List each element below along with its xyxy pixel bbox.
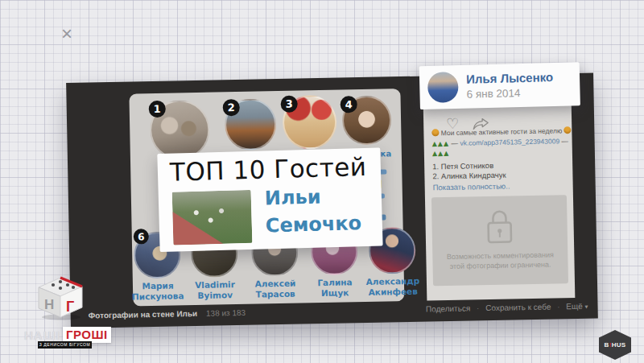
show-logo: НАШІ ГРОШІ <box>24 327 111 343</box>
show-name-light: НАШІ <box>24 328 60 342</box>
top10-title: ТОП 10 Гостей <box>169 152 366 187</box>
show-more-link[interactable]: Показать полностью.. <box>433 182 510 192</box>
vk-post-column: ♡ Мои самые активные гости за неделю ▲▲▲… <box>423 87 575 300</box>
bihus-logo-text: B!HUS <box>605 341 626 349</box>
guest-name-8: Алексей Тарасов <box>243 278 308 300</box>
chevron-down-icon[interactable]: ▾ <box>584 303 588 311</box>
author-card: Илья Лысенко 6 янв 2014 <box>419 62 580 109</box>
post-link-line: ▲▲▲ — vk.com/app3745135_223943009 — <box>432 137 569 147</box>
share-button[interactable]: Поделиться <box>426 303 470 313</box>
tree-emoji-icons: ▲▲▲ <box>432 150 450 157</box>
show-name-box: ГРОШІ <box>63 327 111 343</box>
post-guest-2: 2. Алинка Киндрачук <box>432 171 506 181</box>
football-field-photo <box>172 190 253 245</box>
guest-last-name: Ищук <box>303 287 367 299</box>
separator-dot: · <box>477 303 480 312</box>
screenshot-group: 1 2 3 4 Анастейка на 6 М <box>0 0 644 363</box>
viewer-caption: Фотографии на стене Ильи 138 из 183 <box>89 308 246 320</box>
save-button[interactable]: Сохранить к себе <box>485 303 551 313</box>
guest-last-name: Пискунова <box>126 291 190 303</box>
more-button[interactable]: Ещё <box>566 302 583 311</box>
post-intro-line: Мои самые активные гости за неделю <box>431 126 571 137</box>
photo-counter: 138 из 183 <box>206 308 246 318</box>
separator-dot: · <box>557 302 560 311</box>
show-name-red: ГРОШІ <box>66 328 108 341</box>
post-guest-1: 1. Петя Сотников <box>432 161 493 171</box>
post-date: 6 янв 2014 <box>466 87 520 101</box>
viewer-actions: Поделиться · Сохранить к себе · Ещё ▾ <box>426 302 588 314</box>
cube-letter-n: Н <box>44 297 54 312</box>
owner-name-line1: Ильи <box>264 182 361 212</box>
caption-title: Фотографии на стене Ильи <box>89 309 198 320</box>
show-subtitle: З ДЕНИСОМ БІГУСОМ <box>38 341 92 349</box>
guest-last-name: Тарасов <box>243 288 308 300</box>
lock-icon <box>481 205 518 246</box>
author-name-link[interactable]: Илья Лысенко <box>466 70 553 86</box>
smiley-emoji-icon <box>431 129 439 136</box>
app-link[interactable]: vk.com/app3745135_223943009 <box>460 137 559 146</box>
guest-name-7: Vladimir Byimov <box>183 279 247 302</box>
smiley-emoji-icon <box>564 126 572 134</box>
cube-letter-g: Г <box>66 299 74 315</box>
author-avatar[interactable] <box>427 72 459 103</box>
top10-owner-name: Ильи Семочко <box>264 182 361 239</box>
dash-text: — <box>561 137 568 145</box>
guest-name-6: Мария Пискунова <box>126 280 190 303</box>
guest-last-name: Byimov <box>183 290 247 302</box>
owner-name-line2: Семочко <box>265 209 361 239</box>
nashi-groshi-cube-logo: Н Г <box>37 275 85 320</box>
guest-last-name: Акинфеев <box>361 287 425 299</box>
dash-text: — <box>451 139 458 147</box>
comments-locked-text: Возможность комментирования этой фотогра… <box>440 250 560 271</box>
top10-overlay-card: ТОП 10 Гостей Ильи Семочко <box>157 147 382 252</box>
guest-name-9: Галина Ищук <box>303 277 367 299</box>
tree-emoji-icons: ▲▲▲ <box>432 140 450 147</box>
bihus-rest: HUS <box>612 341 626 349</box>
post-intro-text: Мои самые активные гости за неделю <box>441 126 563 137</box>
guest-name-10: Александр Акинфеев <box>361 276 425 299</box>
comments-locked-box: Возможность комментирования этой фотогра… <box>431 195 568 286</box>
post-trees-line: ▲▲▲ <box>432 149 450 157</box>
